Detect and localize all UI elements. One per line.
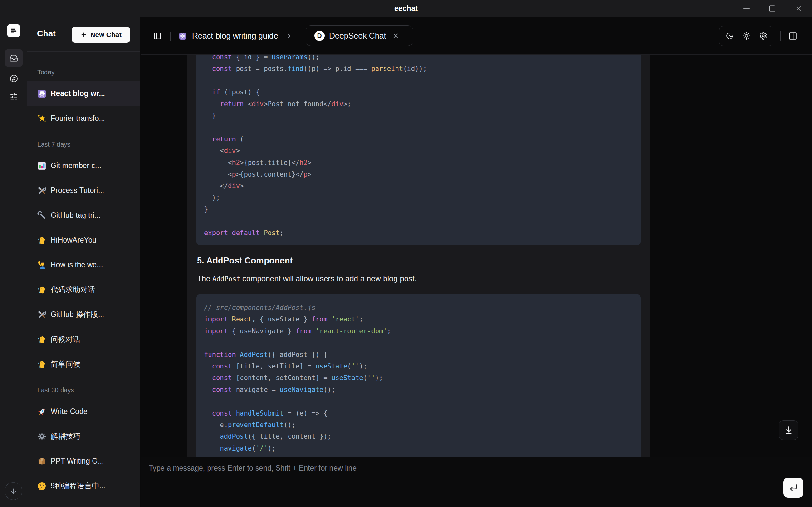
chat-item-ppt-writing[interactable]: PPT Writing G... <box>28 449 140 473</box>
thinking-face-icon <box>37 482 46 491</box>
tools-icon <box>37 310 46 319</box>
chat-item-greeting-chat[interactable]: 问候对话 <box>28 327 140 352</box>
chat-item-write-code[interactable]: Write Code <box>28 399 140 424</box>
model-tab[interactable]: D DeepSeek Chat <box>306 25 413 46</box>
section-label-last-7-days: Last 7 days <box>37 138 140 151</box>
assistant-message: const { id } = useParams(); const post =… <box>187 55 650 457</box>
chat-item-decoupling[interactable]: 解耦技巧 <box>28 424 140 449</box>
nav-chats-button[interactable] <box>4 49 23 67</box>
chat-item-how-is-the-we[interactable]: How is the we... <box>28 252 140 277</box>
light-mode-button[interactable] <box>740 29 753 44</box>
react-badge-icon <box>179 32 187 40</box>
dark-mode-button[interactable] <box>723 29 736 44</box>
model-tab-close-icon[interactable] <box>392 32 399 40</box>
nav-settings-button[interactable] <box>4 88 23 106</box>
chat-item-github-ops[interactable]: GitHub 操作版... <box>28 302 140 327</box>
deepseek-logo: D <box>314 31 324 41</box>
new-chat-label: New Chat <box>90 31 121 39</box>
maximize-button[interactable] <box>762 0 782 17</box>
rocket-icon <box>37 407 46 416</box>
left-rail <box>0 17 28 507</box>
sidebar: Chat New Chat Today React blog wr... Fou… <box>28 17 140 507</box>
scroll-to-bottom-button[interactable] <box>779 420 799 440</box>
bar-chart-icon <box>37 161 46 170</box>
message-paragraph: The AddPost component will allow users t… <box>197 274 416 284</box>
wave-icon <box>37 335 46 344</box>
wave-icon <box>37 360 46 369</box>
send-button[interactable] <box>783 478 803 498</box>
raise-hand-icon <box>37 261 46 270</box>
chat-history-list: Today React blog wr... Fourier transfo..… <box>28 52 140 507</box>
chat-item-process-tutorial[interactable]: Process Tutori... <box>28 178 140 203</box>
chat-item-react-blog[interactable]: React blog wr... <box>28 81 140 106</box>
right-panel-toggle-button[interactable] <box>789 32 797 40</box>
chat-item-fourier[interactable]: Fourier transfo... <box>28 106 140 131</box>
model-name: DeepSeek Chat <box>329 31 386 41</box>
main-pane: React blog writing guide D DeepSeek Chat… <box>141 17 812 507</box>
react-badge-icon <box>37 89 46 98</box>
theme-toolbar <box>719 26 773 46</box>
plus-icon <box>80 31 87 38</box>
chat-header: React blog writing guide D DeepSeek Chat <box>141 17 812 55</box>
app-logo[interactable] <box>7 24 20 37</box>
chat-item-hihowareyou[interactable]: HiHowAreYou <box>28 228 140 252</box>
glowing-star-icon <box>37 114 46 123</box>
app-title: eechat <box>0 0 812 17</box>
gear-icon <box>37 432 46 441</box>
message-input[interactable]: Type a message, press Enter to send, Shi… <box>149 463 357 473</box>
message-heading: 5. AddPost Component <box>197 255 293 266</box>
package-icon <box>37 457 46 466</box>
chat-item-9-languages[interactable]: 9种编程语言中... <box>28 473 140 498</box>
chat-item-git-member[interactable]: Git member c... <box>28 153 140 178</box>
minimize-button[interactable] <box>736 0 757 17</box>
sidebar-title: Chat <box>37 29 56 39</box>
wave-icon <box>37 285 46 294</box>
chat-item-code-help[interactable]: 代码求助对话 <box>28 277 140 302</box>
title-bar: eechat <box>0 0 812 17</box>
settings-button[interactable] <box>756 29 770 44</box>
inline-code: AddPost <box>212 275 240 283</box>
section-label-today: Today <box>37 66 140 78</box>
header-separator <box>780 31 781 41</box>
message-list[interactable]: const { id } = useParams(); const post =… <box>141 55 812 457</box>
breadcrumb-title: React blog writing guide <box>192 31 278 41</box>
code-block-post-component[interactable]: const { id } = useParams(); const post =… <box>196 55 641 245</box>
chevron-right-icon <box>286 33 292 39</box>
sidebar-header: Chat New Chat <box>28 17 140 51</box>
sidebar-toggle-button[interactable] <box>153 32 161 40</box>
rail-scroll-down-button[interactable] <box>4 482 22 500</box>
chat-item-github-tag[interactable]: GitHub tag tri... <box>28 203 140 228</box>
code-block-addpost-component[interactable]: // src/components/AddPost.jsimport React… <box>196 294 641 457</box>
chat-item-simple-greeting[interactable]: 简单问候 <box>28 352 140 377</box>
close-button[interactable] <box>789 0 809 17</box>
composer: Type a message, press Enter to send, Shi… <box>141 457 812 507</box>
new-chat-button[interactable]: New Chat <box>71 27 130 43</box>
section-label-last-30-days: Last 30 days <box>37 384 140 397</box>
wrench-icon <box>37 211 46 220</box>
tools-icon <box>37 186 46 195</box>
wave-icon <box>37 236 46 245</box>
nav-discover-button[interactable] <box>4 69 23 88</box>
header-separator <box>170 32 170 41</box>
